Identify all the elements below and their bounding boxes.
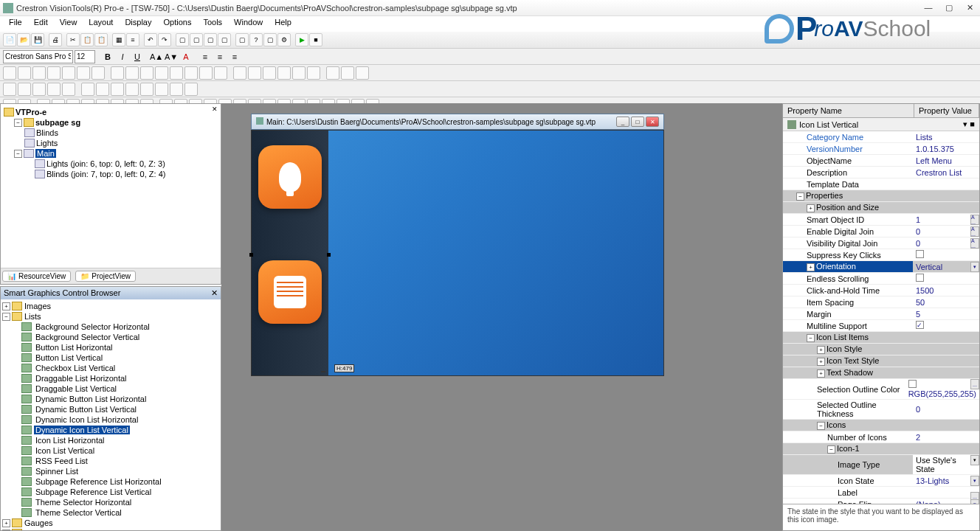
inc-font-icon[interactable]: A▲	[150, 50, 163, 63]
browser-item[interactable]: Dynamic Button List Vertical	[2, 404, 219, 414]
tool-a[interactable]: ▢	[176, 33, 189, 46]
browser-item[interactable]: Button List Vertical	[2, 353, 219, 363]
t23[interactable]	[341, 66, 354, 80]
t17[interactable]	[248, 66, 261, 80]
project-root[interactable]: subpage sg	[35, 118, 80, 127]
prop-row[interactable]: −Properties	[783, 190, 979, 202]
browser-item[interactable]: Subpage Reference List Horizontal	[2, 476, 219, 487]
browser-group[interactable]: +Gauges	[2, 518, 219, 528]
tool-c[interactable]: ▢	[204, 33, 217, 46]
menu-view[interactable]: View	[54, 16, 83, 31]
icon-list-vertical-control[interactable]	[252, 131, 328, 375]
redo-icon[interactable]: ↷	[158, 33, 171, 46]
help-icon[interactable]: ?	[249, 33, 263, 46]
sel-tool[interactable]	[18, 66, 31, 80]
grid-icon[interactable]: ▦	[112, 33, 125, 46]
prop-row[interactable]: +Icon Text Style	[783, 355, 979, 367]
browser-item[interactable]: Theme Selector Vertical	[2, 507, 219, 518]
prop-row[interactable]: Icon State▾13-Lights	[783, 475, 979, 487]
browser-item[interactable]: Subpage Reference List Vertical	[2, 487, 219, 497]
prop-row[interactable]: Endless Scrolling	[783, 273, 979, 285]
browser-item[interactable]: Dynamic Icon List Vertical	[2, 425, 219, 435]
panel-close-icon[interactable]: ✕	[212, 105, 219, 113]
tool-e[interactable]: ▢	[235, 33, 249, 46]
menu-tools[interactable]: Tools	[197, 16, 228, 31]
browser-item[interactable]: Checkbox List Vertical	[2, 363, 219, 373]
print-icon[interactable]: 🖨	[49, 33, 62, 46]
prop-row[interactable]: Number of Icons2	[783, 431, 979, 443]
editor-maximize-button[interactable]: □	[631, 117, 644, 127]
browser-item[interactable]: RSS Feed List	[2, 456, 219, 466]
icon-blinds[interactable]	[258, 260, 322, 324]
prop-row[interactable]: +Position and Size	[783, 202, 979, 214]
t8[interactable]	[111, 66, 124, 80]
r4b[interactable]	[18, 83, 31, 96]
font-color-icon[interactable]: A	[179, 50, 193, 63]
prop-row[interactable]: −Icons	[783, 420, 979, 431]
prop-row[interactable]: Click-and-Hold Time1500	[783, 285, 979, 296]
pointer-icon[interactable]	[3, 66, 16, 80]
t22[interactable]	[326, 66, 339, 80]
t19[interactable]	[277, 66, 291, 80]
t5[interactable]	[62, 66, 75, 80]
browser-item[interactable]: Background Selector Vertical	[2, 332, 219, 342]
r4h[interactable]	[111, 83, 124, 96]
t10[interactable]	[140, 66, 153, 80]
tree-sub-lights[interactable]: Lights (join: 6, top: 0, left: 0, Z: 3)	[46, 159, 165, 168]
prop-row[interactable]: Visibility Digital JoinA ...0	[783, 237, 979, 249]
bold-button[interactable]: B	[101, 50, 114, 63]
size-select[interactable]	[75, 50, 95, 63]
menu-file[interactable]: File	[3, 16, 28, 31]
tree-sub-blinds[interactable]: Blinds (join: 7, top: 0, left: 0, Z: 4)	[46, 170, 165, 178]
new-icon[interactable]: 📄	[3, 33, 16, 46]
r4a[interactable]	[3, 83, 16, 96]
play-icon[interactable]: ▶	[295, 33, 308, 46]
icon-lights[interactable]	[258, 145, 322, 209]
menu-edit[interactable]: Edit	[28, 16, 54, 31]
undo-icon[interactable]: ↶	[144, 33, 157, 46]
prop-row[interactable]: +Text Shadow	[783, 367, 979, 379]
menu-help[interactable]: Help	[269, 16, 297, 31]
compile-icon[interactable]: ⚙	[277, 33, 291, 46]
r4k[interactable]	[155, 83, 168, 96]
prop-row[interactable]: DescriptionCrestron List	[783, 167, 979, 178]
prop-row[interactable]: Item Spacing50	[783, 296, 979, 308]
tool-b[interactable]: ▢	[190, 33, 203, 46]
r4d[interactable]	[47, 83, 61, 96]
props-col-value[interactable]: Property Value	[914, 104, 979, 117]
prop-row[interactable]: Suppress Key Clicks	[783, 249, 979, 261]
prop-row[interactable]: Smart Object IDA ...1	[783, 214, 979, 226]
r4c[interactable]	[32, 83, 46, 96]
browser-close-icon[interactable]: ✕	[211, 288, 218, 298]
t16[interactable]	[233, 66, 246, 80]
editor-close-button[interactable]: ✕	[646, 117, 659, 127]
prop-row[interactable]: Template Data	[783, 178, 979, 190]
prop-row[interactable]: +Icon Style	[783, 344, 979, 355]
browser-group[interactable]: −Lists	[2, 311, 219, 322]
prop-orientation[interactable]: +Orientation▾Vertical	[783, 261, 979, 273]
tool-d[interactable]: ▢	[218, 33, 231, 46]
resource-view-tab[interactable]: 📊ResourceView	[2, 271, 71, 282]
menu-options[interactable]: Options	[157, 16, 197, 31]
browser-item[interactable]: Icon List Horizontal	[2, 435, 219, 445]
cut-icon[interactable]: ✂	[66, 33, 80, 46]
r4l[interactable]	[170, 83, 183, 96]
prop-row[interactable]: Page Flip▾(None)	[783, 499, 979, 504]
t18[interactable]	[263, 66, 276, 80]
paste-icon[interactable]: 📋	[94, 33, 108, 46]
align-left-icon[interactable]: ≡	[199, 50, 212, 63]
browser-item[interactable]: Draggable List Vertical	[2, 384, 219, 394]
browser-item[interactable]: Dynamic Icon List Horizontal	[2, 414, 219, 425]
open-icon[interactable]: 📂	[17, 33, 30, 46]
prop-row[interactable]: ObjectNameLeft Menu	[783, 155, 979, 167]
browser-group[interactable]: +Images	[2, 301, 219, 311]
tool-f[interactable]: ▢	[263, 33, 277, 46]
t14[interactable]	[199, 66, 213, 80]
save-icon[interactable]: 💾	[31, 33, 44, 46]
editor-minimize-button[interactable]: _	[616, 117, 629, 127]
browser-item[interactable]: Button List Horizontal	[2, 342, 219, 353]
r4m[interactable]	[184, 83, 198, 96]
r4g[interactable]	[96, 83, 109, 96]
browser-item[interactable]: Theme Selector Horizontal	[2, 497, 219, 507]
props-col-name[interactable]: Property Name	[783, 104, 914, 117]
